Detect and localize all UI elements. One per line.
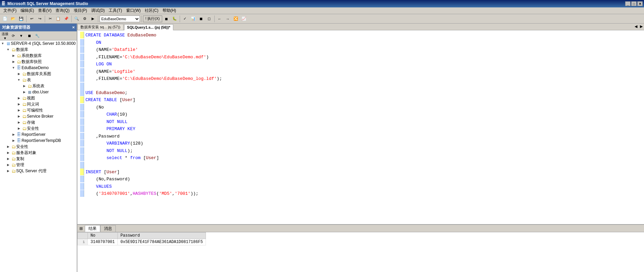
oe-refresh-button[interactable]: ⟳ bbox=[9, 32, 17, 39]
toolbar-btn7[interactable]: → bbox=[224, 15, 231, 23]
oe-connect-button[interactable]: 连接▼ bbox=[1, 32, 9, 39]
code-body-4: ,FILENAME='C:\EduBaseDemo\EduBaseDemo.md… bbox=[84, 54, 641, 61]
tree-synonyms[interactable]: ▶ 🗂 同义词 bbox=[0, 101, 77, 107]
paste-button[interactable]: 📌 bbox=[63, 15, 70, 23]
expand-secdb-icon[interactable]: ▶ bbox=[16, 126, 22, 131]
tree-management[interactable]: ▶ 🗂 管理 bbox=[0, 162, 77, 168]
tree-system-db[interactable]: ▶ 🗂 系统数据库 bbox=[0, 53, 77, 59]
tree-programmability[interactable]: ▶ 🗂 可编程性 bbox=[0, 107, 77, 113]
open-button[interactable]: 📂 bbox=[9, 15, 17, 23]
line-marker-20 bbox=[80, 169, 84, 175]
tree-dbdiagram[interactable]: ▶ 🗂 数据库关系图 bbox=[0, 71, 77, 77]
expand-snapshot-icon[interactable]: ▶ bbox=[11, 59, 16, 64]
oe-filter-button[interactable]: ▼ bbox=[17, 32, 25, 39]
toolbar-btn6[interactable]: ← bbox=[216, 15, 223, 23]
tree-security[interactable]: ▶ 🗂 安全性 bbox=[0, 144, 77, 150]
redo-button[interactable]: ↪ bbox=[36, 15, 43, 23]
copy-button[interactable]: 📋 bbox=[55, 15, 62, 23]
expand-tables-icon[interactable]: ▼ bbox=[16, 77, 22, 83]
expand-prog-icon[interactable]: ▶ bbox=[16, 108, 22, 113]
tree-service-broker[interactable]: ▶ 🗂 Service Broker bbox=[0, 113, 77, 119]
results-panel: ⊞ 结果 消息 No Password 1 bbox=[77, 225, 644, 272]
expand-rs-icon[interactable]: ▶ bbox=[11, 132, 16, 137]
tab-install[interactable]: 数据库安装 sq... jsj (57)) bbox=[77, 24, 123, 30]
maximize-button[interactable]: □ bbox=[631, 1, 637, 6]
tree-views[interactable]: ▶ 🗂 视图 bbox=[0, 95, 77, 101]
expand-storage-icon[interactable]: ▶ bbox=[16, 120, 22, 125]
tree-databases[interactable]: ▼ 🗂 数据库 bbox=[0, 47, 77, 53]
tree-security-db[interactable]: ▶ 🗂 安全性 bbox=[0, 125, 77, 131]
menu-help[interactable]: 帮助(H) bbox=[160, 7, 178, 14]
expand-agent-icon[interactable]: ▶ bbox=[5, 168, 11, 174]
tree-replication[interactable]: ▶ 🗂 复制 bbox=[0, 156, 77, 162]
toolbar-btn1[interactable]: 🔍 bbox=[73, 15, 80, 23]
save-button[interactable]: 💾 bbox=[17, 15, 25, 23]
line-marker-16 bbox=[80, 140, 84, 147]
expand-synonyms-icon[interactable]: ▶ bbox=[16, 101, 22, 107]
expand-views-icon[interactable]: ▶ bbox=[16, 95, 22, 101]
debug-button[interactable]: 🐛 bbox=[171, 15, 178, 23]
toolbar-btn5[interactable]: ◻ bbox=[206, 15, 213, 23]
expand-broker-icon[interactable]: ▶ bbox=[16, 114, 22, 119]
tab-scroll-left[interactable]: ◀ bbox=[633, 24, 639, 30]
tree-systables[interactable]: ▶ 🗂 系统表 bbox=[0, 83, 77, 89]
tree-reportserver-temp[interactable]: ▶ 🗄 ReportServerTempDB bbox=[0, 138, 77, 144]
code-line-21: (No,Password) bbox=[80, 176, 641, 183]
expand-rep-icon[interactable]: ▶ bbox=[5, 156, 11, 161]
execute-button[interactable]: ! 执行(X) bbox=[143, 16, 162, 22]
cut-button[interactable]: ✂ bbox=[46, 15, 54, 23]
tree-user-table[interactable]: ▶ ▦ dbo.User bbox=[0, 89, 77, 95]
results-tab-messages[interactable]: 消息 bbox=[100, 225, 116, 232]
menu-bar: 文件(F) 编辑(E) 查看(V) 查询(Q) 项目(P) 调试(D) 工具(T… bbox=[0, 7, 644, 14]
menu-view[interactable]: 查看(V) bbox=[36, 7, 53, 14]
new-query-button[interactable]: 📄 bbox=[1, 15, 9, 23]
tree-reportserver[interactable]: ▶ 🗄 ReportServer bbox=[0, 131, 77, 138]
toolbar-btn9[interactable]: 📈 bbox=[240, 15, 248, 23]
menu-project[interactable]: 项目(P) bbox=[72, 7, 89, 14]
expand-rst-icon[interactable]: ▶ bbox=[11, 138, 16, 143]
database-selector[interactable]: EduBaseDemo bbox=[100, 16, 140, 22]
expand-sysdb-icon[interactable]: ▶ bbox=[11, 53, 16, 58]
expand-systables-icon[interactable]: ▶ bbox=[22, 83, 27, 89]
toolbar-btn2[interactable]: ⚙ bbox=[81, 15, 88, 23]
tree-edudemo[interactable]: ▼ 🗄 EduBaseDemo bbox=[0, 65, 77, 71]
tree-sqlagent[interactable]: ▶ 🗂 SQL Server 代理 bbox=[0, 168, 77, 174]
expand-server-icon[interactable]: ▼ bbox=[0, 41, 5, 46]
parse-button[interactable]: ✓ bbox=[181, 15, 189, 23]
tree-db-snapshot[interactable]: ▶ 🗂 数据库快照 bbox=[0, 59, 77, 65]
tree-server[interactable]: ▼ 🖥 SERVER-4 (SQL Server 10.50.8000 - js… bbox=[0, 40, 77, 47]
code-editor[interactable]: CREATE DATABASE EduBaseDemo ON (NAME='Da… bbox=[77, 30, 644, 225]
menu-tools[interactable]: 工具(T) bbox=[107, 7, 124, 14]
expand-security-icon[interactable]: ▶ bbox=[5, 144, 11, 149]
expand-mgmt-icon[interactable]: ▶ bbox=[5, 162, 11, 168]
oe-properties-button[interactable]: 🔧 bbox=[34, 32, 41, 39]
tree-server-objects[interactable]: ▶ 🗂 服务器对象 bbox=[0, 150, 77, 156]
toolbar-btn3[interactable]: ▶ bbox=[89, 15, 97, 23]
menu-file[interactable]: 文件(F) bbox=[1, 7, 19, 14]
toolbar-btn8[interactable]: 🔀 bbox=[232, 15, 240, 23]
menu-edit[interactable]: 编辑(E) bbox=[19, 7, 36, 14]
oe-close-button[interactable]: ✕ bbox=[72, 26, 75, 29]
menu-query[interactable]: 查询(Q) bbox=[53, 7, 71, 14]
oe-stop-button[interactable]: ⏹ bbox=[26, 32, 33, 39]
tree-tables[interactable]: ▼ 🗂 表 bbox=[0, 77, 77, 83]
toolbar-btn4[interactable]: ◼ bbox=[198, 15, 205, 23]
code-content[interactable]: CREATE DATABASE EduBaseDemo ON (NAME='Da… bbox=[77, 30, 644, 224]
menu-debug[interactable]: 调试(D) bbox=[89, 7, 107, 14]
tab-query[interactable]: SQLQuery1.s... (jsj (56))* bbox=[124, 24, 173, 30]
stop-button[interactable]: ⏹ bbox=[163, 15, 170, 23]
showplan-button[interactable]: 📊 bbox=[189, 15, 197, 23]
menu-community[interactable]: 社区(C) bbox=[143, 7, 160, 14]
expand-so-icon[interactable]: ▶ bbox=[5, 150, 11, 155]
undo-button[interactable]: ↩ bbox=[28, 15, 35, 23]
expand-databases-icon[interactable]: ▼ bbox=[5, 47, 11, 52]
close-button[interactable]: ✕ bbox=[637, 1, 643, 6]
expand-usertable-icon[interactable]: ▶ bbox=[22, 89, 27, 95]
expand-dbdiagram-icon[interactable]: ▶ bbox=[16, 71, 22, 77]
tab-scroll-right[interactable]: ▶ bbox=[639, 24, 644, 30]
minimize-button[interactable]: _ bbox=[625, 1, 631, 6]
expand-edudemo-icon[interactable]: ▼ bbox=[11, 65, 16, 70]
results-tab-results[interactable]: 结果 bbox=[85, 225, 100, 232]
tree-storage[interactable]: ▶ 🗂 存储 bbox=[0, 119, 77, 125]
menu-window[interactable]: 窗口(W) bbox=[124, 7, 143, 14]
